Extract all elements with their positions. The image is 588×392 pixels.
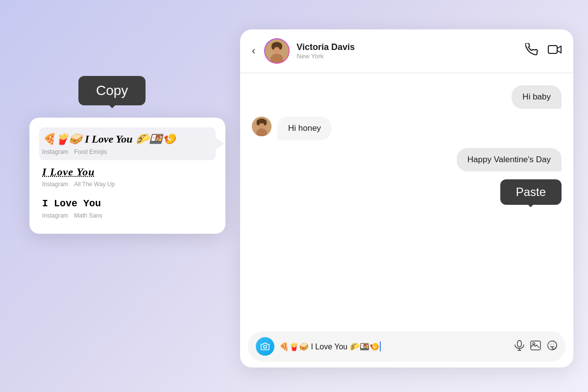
message-hi-honey: Hi honey (277, 117, 332, 140)
image-icon (530, 341, 541, 350)
font-style-panel: 🍕🍟🥪 I Love You 🌮🍱🍤 Instagram Food Emojis… (29, 118, 225, 234)
font-tag-platform-2: Instagram (42, 181, 68, 188)
received-avatar-svg (252, 117, 271, 136)
chat-messages: Hi baby Hi honey Happy Valentine's Day P… (240, 74, 573, 325)
video-call-button[interactable] (548, 43, 562, 59)
copy-tooltip[interactable]: Copy (78, 76, 146, 105)
input-action-icons (514, 340, 558, 353)
font-row-food-emoji[interactable]: 🍕🍟🥪 I Love You 🌮🍱🍤 Instagram Food Emojis (39, 127, 216, 160)
contact-avatar-ring (264, 38, 290, 64)
chat-panel: ‹ Victoria Davis New York (240, 29, 573, 368)
back-button[interactable]: ‹ (252, 45, 255, 57)
font-tag-style-1: Food Emojis (74, 148, 107, 155)
chat-header: ‹ Victoria Davis New York (240, 29, 573, 73)
font-preview-all-the-way: I Love You (42, 165, 213, 179)
font-tag-style-3: Math Sans (74, 212, 102, 219)
camera-button[interactable] (256, 337, 274, 356)
svg-rect-6 (548, 46, 557, 53)
chat-action-buttons (525, 43, 562, 59)
contact-name: Victoria Davis (296, 42, 518, 52)
received-avatar (252, 117, 271, 136)
message-hi-honey-wrapper: Hi honey (252, 117, 468, 140)
sticker-button[interactable] (547, 340, 558, 353)
mic-icon (514, 340, 524, 351)
svg-point-13 (264, 345, 267, 348)
sticker-icon (547, 340, 558, 351)
font-preview-math-sans: I Love You (42, 197, 213, 210)
contact-info: Victoria Davis New York (296, 42, 518, 60)
font-tag-platform-1: Instagram (42, 148, 68, 155)
row-arrow (216, 138, 224, 149)
font-tag-platform-3: Instagram (42, 212, 68, 219)
svg-point-5 (279, 43, 282, 49)
font-tags-math-sans: Instagram Math Sans (42, 212, 213, 219)
contact-location: New York (296, 52, 518, 60)
chat-input-bar: 🍕🍟🥪 I Love You 🌮🍱🍤 (248, 331, 565, 362)
chat-input-area: 🍕🍟🥪 I Love You 🌮🍱🍤 (240, 325, 573, 368)
camera-icon (261, 342, 270, 351)
font-tags-all-the-way: Instagram All The Way Up (42, 181, 213, 188)
font-preview-food-emoji: 🍕🍟🥪 I Love You 🌮🍱🍤 (42, 132, 213, 147)
contact-avatar (265, 39, 289, 63)
phone-call-button[interactable] (525, 43, 538, 59)
message-hi-baby: Hi baby (512, 85, 562, 109)
avatar-svg (265, 39, 289, 63)
image-button[interactable] (530, 341, 541, 353)
text-cursor (380, 342, 381, 351)
svg-rect-14 (517, 341, 521, 347)
message-valentines: Happy Valentine's Day (457, 148, 562, 172)
mic-button[interactable] (514, 340, 524, 353)
paste-tooltip[interactable]: Paste (500, 179, 562, 205)
font-tags-food-emoji: Instagram Food Emojis (42, 148, 213, 155)
svg-point-11 (257, 120, 260, 125)
svg-point-4 (271, 43, 275, 49)
message-input[interactable]: 🍕🍟🥪 I Love You 🌮🍱🍤 (279, 342, 510, 351)
font-row-all-the-way[interactable]: I Love You Instagram All The Way Up (39, 160, 216, 193)
font-tag-style-2: All The Way Up (74, 181, 115, 188)
font-row-math-sans[interactable]: I Love You Instagram Math Sans (39, 193, 216, 224)
svg-point-12 (264, 120, 267, 125)
paste-tooltip-wrapper: Paste (500, 179, 562, 205)
input-text-content: 🍕🍟🥪 I Love You 🌮🍱🍤 (279, 342, 379, 351)
